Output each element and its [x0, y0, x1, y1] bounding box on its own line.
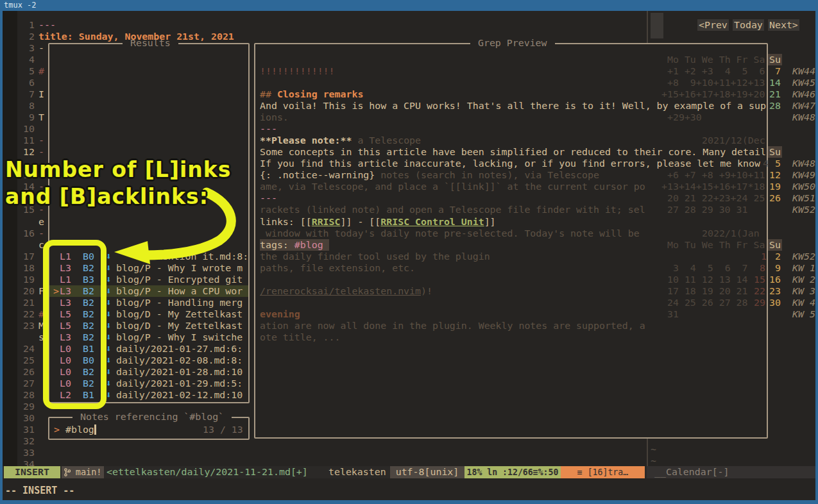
annotation-text-line1: Number of [L]inks	[5, 156, 231, 183]
calendar-day[interactable]: 7	[769, 65, 781, 77]
result-path: blog/P - Handling merg	[116, 297, 243, 308]
preview-text: the daily finder tool used by the plugin	[260, 251, 490, 262]
preview-line: **Please note:** a Telescope	[260, 135, 767, 146]
calendar-day[interactable]: 23	[769, 285, 781, 297]
calendar-text: 4	[763, 158, 769, 169]
line-number: 4	[13, 54, 35, 65]
calendar-text: 17 18 19 20 21	[667, 285, 748, 297]
calendar-text: 10 11 12 13 14	[667, 274, 748, 285]
calendar-day[interactable]: 21	[769, 88, 781, 100]
line-number: 6	[13, 77, 35, 88]
git-branch-icon	[64, 467, 71, 477]
calendar-text: KW 5	[792, 308, 815, 320]
line-number: 30	[13, 412, 35, 424]
line-number: 16	[13, 228, 35, 239]
annotation-text-line2: and [B]acklinks:	[5, 183, 209, 210]
line-number: 2	[13, 31, 35, 42]
statusline-plugin: telekasten	[328, 466, 386, 478]
calendar-text: +15+16+17+18+19+20	[661, 88, 765, 100]
buffer-text: title: Sunday, November 21st, 2021	[38, 31, 234, 42]
calendar-text: KW49	[792, 169, 815, 181]
down-arrow-icon: ⬇	[106, 366, 112, 378]
calendar-day[interactable]: 5	[769, 158, 781, 169]
line-number: 8	[13, 100, 35, 112]
calendar-day[interactable]: 26	[769, 192, 781, 204]
line-number: 11	[13, 135, 35, 146]
calendar-nav-today[interactable]: Today	[733, 19, 764, 31]
line-number: 27	[13, 378, 35, 389]
preview-text: Closing remarks	[277, 88, 363, 100]
line-number: 19	[13, 274, 35, 285]
preview-line: And voila! This is how a CPU works! That…	[260, 100, 767, 112]
calendar-day[interactable]: 9	[769, 262, 781, 274]
preview-text: ote title, ...	[260, 332, 341, 343]
calendar-day[interactable]: 19	[769, 181, 781, 192]
preview-text: RRISC	[312, 216, 341, 228]
calendar-text: Mo Tu We Th Fr Sa	[667, 54, 765, 65]
calendar-text: KW46	[792, 88, 815, 100]
result-path: daily/2021-02-08.md:8:	[116, 355, 243, 366]
calendar-text: 2022/1(Jan	[702, 228, 760, 239]
result-path: blog/D - My Zettelkast	[116, 308, 243, 320]
calendar-statusline: __Calendar[-]	[647, 466, 815, 478]
preview-text: RRISC Control Unit	[380, 216, 484, 228]
line-number: 5	[13, 65, 35, 77]
buffer-text: -	[38, 42, 44, 54]
line-number: 25	[13, 355, 35, 366]
line-number: 29	[13, 401, 35, 412]
calendar-day[interactable]: 2	[769, 251, 781, 262]
line-number: 3	[13, 42, 35, 54]
calendar-text: KW52	[792, 251, 815, 262]
prompt-caret: >	[54, 424, 60, 435]
preview-line: the daily finder tool used by the plugin	[260, 251, 767, 262]
calendar-nav-prev[interactable]: <Prev	[697, 19, 729, 31]
preview-text: links: [[	[260, 216, 312, 228]
window-border-bottom	[0, 500, 818, 504]
preview-text: tags:	[260, 239, 294, 251]
calendar-text: 20 21 22+23+24 25	[661, 192, 765, 204]
preview-text: ---	[260, 192, 277, 204]
line-number: 17	[13, 251, 35, 262]
preview-line: If you find this article inaccurate, lac…	[260, 158, 767, 169]
down-arrow-icon: ⬇	[106, 389, 112, 401]
calendar-text: KW52	[792, 204, 815, 215]
down-arrow-icon: ⬇	[106, 320, 112, 332]
calendar-day[interactable]: 14	[769, 77, 781, 88]
prompt-input[interactable]: #blog	[65, 424, 94, 435]
calendar-text: 3 4 5 6 7	[667, 262, 748, 274]
buffer-text: ~	[651, 444, 656, 455]
line-number: 33	[13, 447, 35, 458]
calendar-nav-next[interactable]: Next>	[768, 19, 799, 31]
result-path: daily/2021-02-12.md:10	[116, 389, 243, 401]
calendar-day[interactable]: 16	[769, 274, 781, 285]
calendar-day[interactable]: 12	[769, 169, 781, 181]
line-number: 7	[13, 88, 35, 100]
statusline-branch-label: main!	[76, 467, 102, 477]
preview-text: ##	[260, 88, 277, 100]
calendar-text: KW44	[792, 65, 815, 77]
statusline-filename: <ettelkasten/daily/2021-11-21.md[+]	[107, 466, 308, 478]
line-number: 26	[13, 366, 35, 378]
calendar-day[interactable]: 28	[769, 100, 781, 112]
calendar-day[interactable]: 30	[769, 297, 781, 308]
calendar-text: Su	[768, 146, 782, 158]
buffer-text: T	[38, 112, 44, 123]
preview-text: If you find this article inaccurate, lac…	[260, 158, 760, 169]
preview-line: ation are now all done in the plugin. We…	[260, 320, 767, 332]
calendar-text: Su	[768, 239, 782, 251]
command-line-mode: -- INSERT --	[5, 484, 74, 497]
calendar-scroll-block	[651, 13, 663, 38]
calendar-text: +8 9+10+11+12+13	[667, 77, 765, 88]
calendar-text: 2021/12(Dec	[702, 135, 765, 146]
line-number: 24	[13, 343, 35, 355]
line-number: 20	[13, 285, 35, 297]
preview-line: links: [[RRISC]] - [[RRISC Control Unit]…	[260, 216, 767, 228]
window-border-left	[0, 11, 3, 504]
preview-text: ---	[260, 123, 277, 135]
calendar-text: KW50	[792, 181, 815, 192]
statusline-diagnostics: ≡ [16]tra…	[561, 466, 645, 478]
preview-text: evening	[260, 308, 300, 320]
calendar-text: 1	[761, 251, 767, 262]
result-path: blog/P - How a CPU wor	[116, 285, 243, 297]
window-border-right	[815, 11, 818, 504]
